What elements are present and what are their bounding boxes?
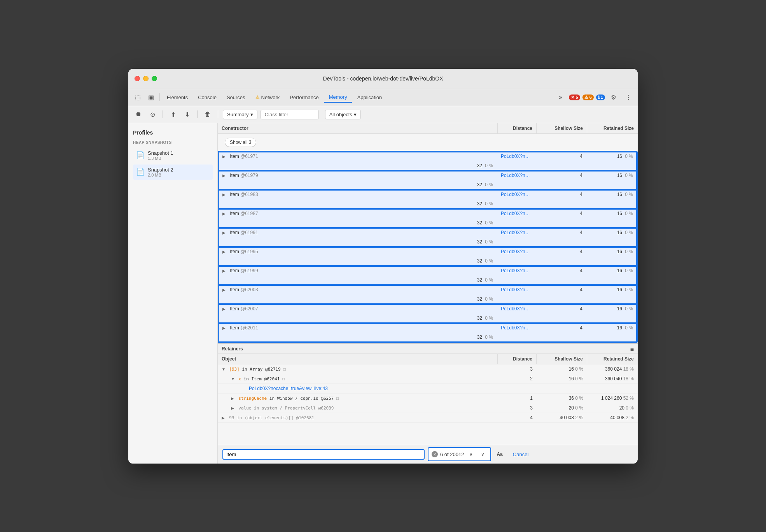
tab-elements[interactable]: Elements — [162, 92, 192, 103]
search-next-button[interactable]: ∨ — [478, 450, 487, 459]
more-options-icon[interactable]: ⋮ — [622, 92, 635, 103]
snapshot-item-1[interactable]: 📄 Snapshot 1 1.3 MB — [133, 148, 213, 163]
row-link[interactable]: PoLdb0X?nocache=true&view=live:43 — [497, 228, 536, 237]
row-link[interactable]: PoLdb0X?nocache=true&view=live:43 — [497, 266, 536, 275]
constructor-section[interactable]: Constructor Distance Shallow Size Retain… — [218, 123, 638, 344]
table-row[interactable]: ▶ Item @62011 PoLdb0X?nocache=true&view=… — [219, 323, 637, 342]
row-retained: 32 0 % — [219, 275, 497, 285]
clear-button[interactable]: ⊘ — [147, 109, 158, 120]
row-retained: 32 0 % — [219, 313, 497, 323]
retainers-menu-icon[interactable]: ≡ — [630, 346, 634, 353]
table-row[interactable]: ▶ Item @61995 PoLdb0X?nocache=true&view=… — [219, 247, 637, 266]
row-shallow: 16 0 % — [586, 152, 637, 161]
row-distance: 4 — [536, 228, 586, 237]
row-link[interactable]: PoLdb0X?nocache=true&view=live:43 — [497, 304, 536, 313]
toolbar: ⏺ ⊘ ⬆ ⬇ 🗑 Summary ▾ All objects ▾ — [128, 106, 638, 123]
close-button[interactable] — [135, 76, 140, 81]
expand-icon: ▶ — [231, 396, 236, 401]
row-shallow: 16 0 % — [586, 323, 637, 332]
retainer-retained: 20 0 % — [587, 403, 638, 413]
row-link[interactable]: PoLdb0X?nocache=true&view=live:43 — [497, 190, 536, 199]
table-row[interactable]: ▶ Item @61983 PoLdb0X?nocache=true&view=… — [219, 190, 637, 209]
upload-button[interactable]: ⬆ — [168, 109, 178, 120]
right-panel: Constructor Distance Shallow Size Retain… — [218, 123, 638, 464]
retainer-distance: 3 — [498, 364, 537, 374]
row-retained: 32 0 % — [219, 332, 497, 342]
tab-console[interactable]: Console — [193, 92, 221, 103]
download-button[interactable]: ⬇ — [182, 109, 192, 120]
expand-icon: ▼ — [231, 377, 236, 382]
delete-button[interactable]: 🗑 — [202, 109, 213, 120]
row-constructor: ▶ Item @62003 — [219, 285, 497, 294]
tab-network[interactable]: ⚠ Network — [251, 92, 285, 103]
class-filter-input[interactable] — [261, 110, 319, 119]
tab-application[interactable]: Application — [353, 92, 387, 103]
retainer-row[interactable]: ▼ x in Item @62041 □ 2 16 0 % 360 040 18… — [218, 374, 638, 384]
table-row[interactable]: ▶ Item @61979 PoLdb0X?nocache=true&view=… — [219, 171, 637, 190]
retainer-row[interactable]: ▼ [93] in Array @82719 □ 3 16 0 % 360 02… — [218, 364, 638, 374]
header-constructor: Constructor — [218, 123, 498, 133]
record-button[interactable]: ⏺ — [133, 109, 144, 120]
tab-performance[interactable]: Performance — [285, 92, 323, 103]
expand-icon: ▶ — [222, 416, 226, 420]
row-constructor: ▶ Item @62007 — [219, 304, 497, 313]
retainer-shallow-empty — [537, 387, 587, 390]
row-constructor: ▶ Item @61983 — [219, 190, 497, 199]
row-link[interactable]: PoLdb0X?nocache=true&view=live:43 — [497, 171, 536, 180]
inspector-icon[interactable]: ▣ — [145, 92, 157, 103]
retainer-header-distance: Distance — [498, 354, 537, 364]
retainer-row[interactable]: PoLdb0X?nocache=true&view=live:43 — [218, 384, 638, 394]
row-distance: 4 — [536, 304, 586, 313]
tab-separator — [159, 93, 160, 101]
minimize-button[interactable] — [143, 76, 149, 81]
row-retained: 32 0 % — [219, 180, 497, 189]
row-link[interactable]: PoLdb0X?nocache=true&view=live:43 — [497, 285, 536, 294]
expand-icon: ▶ — [222, 326, 227, 331]
row-retained: 32 0 % — [219, 294, 497, 304]
warning-badge: ⚠ 6 — [582, 94, 594, 100]
table-row[interactable]: ▶ Item @61999 PoLdb0X?nocache=true&view=… — [219, 266, 637, 285]
case-sensitive-button[interactable]: Aa — [494, 451, 505, 458]
retainer-row[interactable]: ▶ stringCache in Window / cdpn.io @6257 … — [218, 394, 638, 403]
retainer-row[interactable]: ▶ 93 in (object elements)[] @102681 4 40… — [218, 413, 638, 423]
table-row[interactable]: ▶ Item @62003 PoLdb0X?nocache=true&view=… — [219, 285, 637, 304]
table-row[interactable]: ▶ Item @61971 PoLdb0X?nocache=true&view=… — [219, 152, 637, 171]
table-row[interactable]: ▶ Item @61987 PoLdb0X?nocache=true&view=… — [219, 209, 637, 228]
row-link[interactable]: PoLdb0X?nocache=true&view=live:43 — [497, 247, 536, 256]
table-row[interactable]: ▶ Item @61991 PoLdb0X?nocache=true&view=… — [219, 228, 637, 247]
retainer-link[interactable]: PoLdb0X?nocache=true&view=live:43 — [218, 384, 498, 393]
row-constructor: ▶ Item @61987 — [219, 209, 497, 218]
window-title: DevTools - codepen.io/web-dot-dev/live/P… — [323, 75, 443, 82]
search-prev-button[interactable]: ∧ — [466, 450, 476, 459]
row-link[interactable]: PoLdb0X?nocache=true&view=live:43 — [497, 209, 536, 218]
network-warn-icon: ⚠ — [255, 94, 260, 100]
row-retained: 32 0 % — [219, 161, 497, 170]
table-row[interactable]: ▶ Item @62007 PoLdb0X?nocache=true&view=… — [219, 304, 637, 323]
summary-dropdown[interactable]: Summary ▾ — [223, 110, 257, 119]
row-distance: 4 — [536, 171, 586, 180]
search-clear-button[interactable]: ✕ — [432, 451, 438, 457]
all-objects-dropdown[interactable]: All objects ▾ — [325, 110, 361, 119]
settings-icon[interactable]: ⚙ — [607, 92, 620, 103]
devtools-window: DevTools - codepen.io/web-dot-dev/live/P… — [128, 69, 638, 464]
dropdown-arrow-icon: ▾ — [250, 112, 253, 117]
expand-icon: ▶ — [222, 231, 227, 235]
cursor-icon[interactable]: ⬚ — [131, 92, 144, 103]
retainer-object: ▶ 93 in (object elements)[] @102681 — [218, 413, 498, 422]
main-content: Profiles HEAP SNAPSHOTS 📄 Snapshot 1 1.3… — [128, 123, 638, 464]
tab-sources[interactable]: Sources — [222, 92, 250, 103]
maximize-button[interactable] — [152, 76, 157, 81]
search-count-wrapper: ✕ 6 of 20012 ∧ ∨ — [428, 447, 491, 461]
snapshot-size-2: 2.0 MB — [148, 173, 210, 177]
retainer-row[interactable]: ▶ value in system / PropertyCell @62039 … — [218, 403, 638, 413]
tab-memory[interactable]: Memory — [324, 92, 352, 103]
row-link[interactable]: PoLdb0X?nocache=true&view=live:43 — [497, 323, 536, 332]
snapshot-item-2[interactable]: 📄 Snapshot 2 2.0 MB — [133, 164, 213, 180]
error-badge: ✕ 5 — [569, 94, 580, 100]
row-link[interactable]: PoLdb0X?nocache=true&view=live:43 — [497, 152, 536, 161]
show-all-button[interactable]: Show all 3 — [225, 138, 256, 147]
retainer-retained: 360 024 18 % — [587, 364, 638, 374]
more-tabs-icon[interactable]: » — [554, 92, 567, 103]
search-input[interactable] — [226, 452, 421, 457]
cancel-search-button[interactable]: Cancel — [508, 450, 533, 459]
